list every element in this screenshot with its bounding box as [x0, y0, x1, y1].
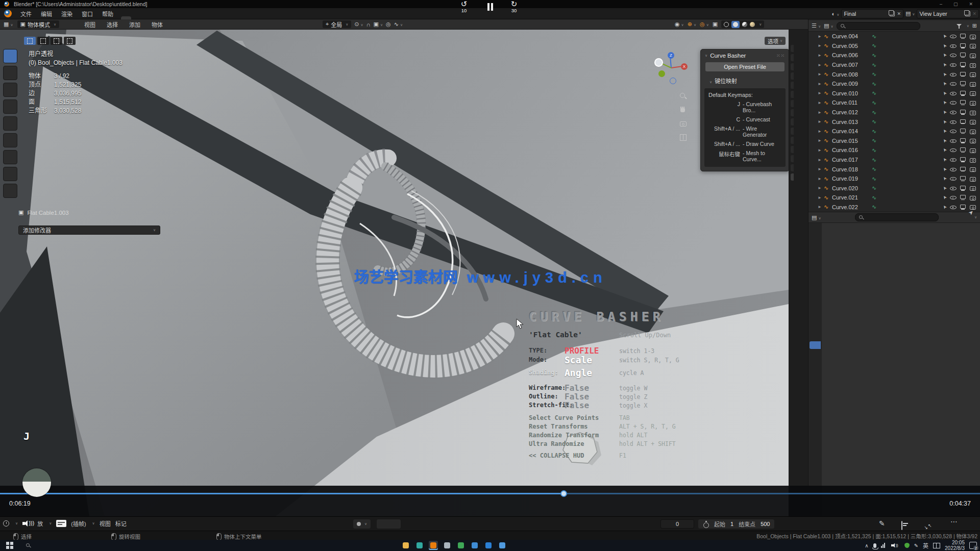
sidebar-tab[interactable]	[791, 109, 794, 116]
skip-back-button[interactable]: ↺10	[457, 1, 471, 13]
outliner-row[interactable]: ► ∿ Curve.017 ∿ ➤	[808, 155, 980, 165]
new-scene-icon[interactable]	[890, 11, 895, 16]
disable-render-icon[interactable]	[969, 119, 976, 125]
network-icon[interactable]	[881, 543, 885, 548]
tool-button[interactable]	[3, 150, 17, 164]
video-progress-remaining[interactable]	[567, 493, 980, 494]
snap-magnet-icon[interactable]: ∩	[366, 21, 371, 28]
properties-tab[interactable]	[810, 398, 821, 406]
filter-icon[interactable]	[957, 23, 962, 29]
proportional-falloff-icon[interactable]: ∿∨	[394, 21, 403, 28]
selectable-icon[interactable]: ➤	[942, 194, 948, 201]
scene-selector[interactable]: Final ✕	[841, 9, 903, 18]
gizmo-highlighted-axis[interactable]	[655, 59, 662, 66]
gizmo-minus-z-axis[interactable]	[670, 78, 676, 84]
select-new-button[interactable]	[24, 37, 36, 45]
selectable-icon[interactable]: ➤	[942, 204, 948, 210]
snap-target-icon[interactable]: ▣∨	[374, 21, 383, 28]
properties-tab[interactable]	[810, 284, 821, 292]
selectable-icon[interactable]: ➤	[942, 62, 948, 68]
tool-button[interactable]	[3, 116, 17, 131]
workspace-tab[interactable]	[121, 16, 131, 19]
disable-viewport-icon[interactable]	[960, 128, 966, 134]
properties-tab[interactable]	[810, 413, 821, 420]
taskbar-clock[interactable]: 20:05 2022/8/3	[945, 540, 965, 551]
disable-render-icon[interactable]	[969, 176, 976, 182]
taskbar-app-icon[interactable]	[456, 541, 465, 550]
selectability-visibility-icon[interactable]: ◉∨	[675, 21, 684, 28]
end-frame-value[interactable]: 500	[761, 521, 770, 527]
sidebar-tab[interactable]	[791, 118, 794, 126]
timeline-editor-icon[interactable]	[3, 520, 9, 527]
properties-tab[interactable]	[810, 356, 821, 363]
outliner-display-mode-icon[interactable]: ☰∨	[812, 22, 821, 29]
sidebar-tab[interactable]	[791, 137, 794, 144]
expand-arrow-icon[interactable]: ►	[818, 110, 824, 115]
expand-arrow-icon[interactable]: ►	[818, 186, 824, 190]
tool-button[interactable]	[3, 83, 17, 97]
skip-forward-button[interactable]: ↻30	[507, 1, 521, 13]
disable-viewport-icon[interactable]	[960, 194, 966, 201]
outliner-row[interactable]: ► ∿ Curve.012 ∿ ➤	[808, 108, 980, 117]
disable-viewport-icon[interactable]	[960, 90, 966, 96]
notes-card-icon[interactable]	[901, 521, 902, 530]
more-options-icon[interactable]: ⋯	[950, 517, 958, 525]
select-extend-button[interactable]	[37, 37, 49, 45]
shading-solid-selected[interactable]	[731, 21, 740, 28]
shading-material-icon[interactable]	[742, 22, 747, 27]
outliner-row[interactable]: ► ∿ Curve.018 ∿ ➤	[808, 164, 980, 174]
disable-render-icon[interactable]	[969, 185, 976, 191]
selectable-icon[interactable]: ➤	[942, 81, 948, 87]
object-name[interactable]: Curve.022	[832, 204, 865, 210]
disable-render-icon[interactable]	[969, 194, 976, 201]
keymap-section-header[interactable]: ∨键位映射	[708, 77, 789, 85]
disable-render-icon[interactable]	[969, 157, 976, 163]
sidebar-tab[interactable]	[791, 82, 794, 89]
workspace-tab[interactable]	[162, 16, 172, 19]
tray-volume-icon[interactable]: ))	[891, 542, 898, 548]
sidebar-tab[interactable]	[791, 173, 794, 181]
scene-icon[interactable]: ◐∨	[832, 11, 840, 17]
tool-button[interactable]	[3, 184, 17, 198]
sidebar-tab[interactable]	[791, 100, 794, 107]
disable-viewport-icon[interactable]	[960, 99, 966, 106]
pen-settings-icon[interactable]: ✎	[914, 543, 918, 548]
outliner-row[interactable]: ► ∿ Curve.021 ∿ ➤	[808, 193, 980, 203]
hidden-icons-chevron[interactable]: ∧	[865, 543, 868, 548]
selectable-icon[interactable]: ➤	[942, 53, 948, 59]
header-menu-item[interactable]: 选择	[102, 20, 122, 29]
properties-tab[interactable]	[810, 370, 821, 378]
taskbar-search-icon[interactable]	[26, 543, 31, 548]
object-name[interactable]: Curve.010	[832, 90, 865, 96]
hide-viewport-icon[interactable]	[950, 194, 957, 201]
tool-button[interactable]	[3, 99, 17, 114]
sidebar-tab[interactable]	[791, 146, 794, 153]
object-name[interactable]: Curve.006	[832, 52, 865, 58]
ime-indicator[interactable]: 英	[923, 541, 928, 549]
touch-keyboard-icon[interactable]	[933, 543, 940, 548]
header-menu-item[interactable]: 物体	[147, 20, 167, 29]
expand-arrow-icon[interactable]: ►	[818, 91, 824, 95]
object-name[interactable]: Curve.014	[832, 128, 865, 134]
sidebar-tab[interactable]	[791, 54, 794, 61]
selectable-icon[interactable]: ➤	[942, 33, 948, 39]
expand-arrow-icon[interactable]: ►	[818, 63, 824, 67]
outliner-row[interactable]: ► ∿ Curve.020 ∿ ➤	[808, 184, 980, 193]
disable-viewport-icon[interactable]	[960, 62, 966, 68]
selectable-icon[interactable]: ➤	[942, 99, 948, 106]
selectable-icon[interactable]: ➤	[942, 71, 948, 78]
expand-arrow-icon[interactable]: ►	[818, 195, 824, 200]
outliner-row[interactable]: ► ∿ Curve.007 ∿ ➤	[808, 60, 980, 70]
tool-button[interactable]	[3, 167, 17, 181]
hide-viewport-icon[interactable]	[950, 43, 957, 49]
selectable-icon[interactable]: ➤	[942, 185, 948, 191]
hide-viewport-icon[interactable]	[950, 128, 957, 134]
outliner-row[interactable]: ► ∿ Curve.009 ∿ ➤	[808, 79, 980, 89]
hide-viewport-icon[interactable]	[950, 90, 957, 96]
disable-render-icon[interactable]	[969, 99, 976, 106]
menu-item[interactable]: 窗口	[77, 10, 97, 18]
properties-tab[interactable]	[810, 341, 821, 349]
outliner-row[interactable]: ► ∿ Curve.006 ∿ ➤	[808, 51, 980, 60]
selectable-icon[interactable]: ➤	[942, 166, 948, 172]
expand-arrow-icon[interactable]: ►	[818, 34, 824, 39]
